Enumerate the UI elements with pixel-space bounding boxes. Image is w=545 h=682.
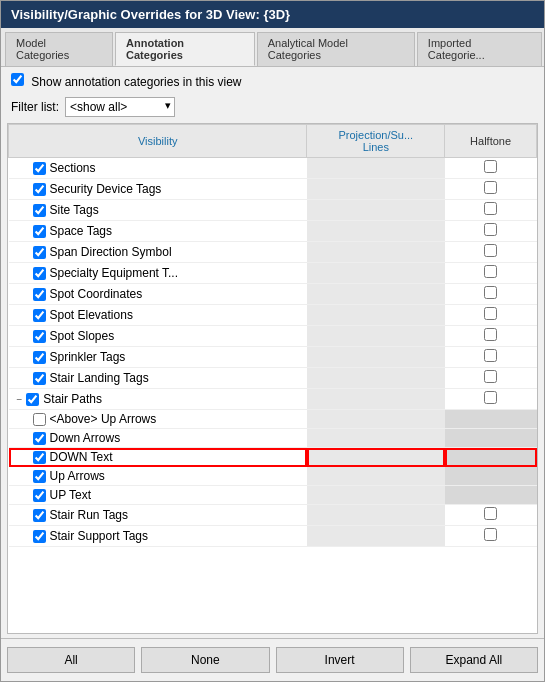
visibility-cell: Sections bbox=[9, 158, 307, 179]
table-row: Spot Elevations bbox=[9, 305, 537, 326]
row-checkbox[interactable] bbox=[26, 393, 39, 406]
halftone-checkbox[interactable] bbox=[484, 202, 497, 215]
dialog: Visibility/Graphic Overrides for 3D View… bbox=[0, 0, 545, 682]
visibility-table: Visibility Projection/Su... Lines Halfto… bbox=[8, 124, 537, 547]
table-row: −Stair Paths bbox=[9, 389, 537, 410]
halftone-checkbox[interactable] bbox=[484, 265, 497, 278]
projection-cell bbox=[307, 221, 445, 242]
projection-cell bbox=[307, 200, 445, 221]
projection-cell bbox=[307, 467, 445, 486]
halftone-checkbox[interactable] bbox=[484, 528, 497, 541]
visibility-header: Visibility bbox=[9, 125, 307, 158]
none-button[interactable]: None bbox=[141, 647, 269, 673]
row-checkbox[interactable] bbox=[33, 267, 46, 280]
row-checkbox[interactable] bbox=[33, 509, 46, 522]
row-checkbox[interactable] bbox=[33, 330, 46, 343]
table-row: Stair Landing Tags bbox=[9, 368, 537, 389]
halftone-cell bbox=[445, 486, 537, 505]
halftone-checkbox[interactable] bbox=[484, 328, 497, 341]
halftone-checkbox[interactable] bbox=[484, 160, 497, 173]
filter-row: Filter list: <show all> bbox=[1, 95, 544, 123]
row-checkbox[interactable] bbox=[33, 246, 46, 259]
row-checkbox[interactable] bbox=[33, 432, 46, 445]
expand-all-button[interactable]: Expand All bbox=[410, 647, 538, 673]
halftone-cell bbox=[445, 200, 537, 221]
row-label: Stair Landing Tags bbox=[50, 371, 149, 385]
tab-analytical[interactable]: Analytical Model Categories bbox=[257, 32, 415, 66]
row-checkbox[interactable] bbox=[33, 530, 46, 543]
halftone-checkbox[interactable] bbox=[484, 181, 497, 194]
projection-cell bbox=[307, 263, 445, 284]
halftone-cell bbox=[445, 429, 537, 448]
halftone-cell bbox=[445, 389, 537, 410]
table-row: Space Tags bbox=[9, 221, 537, 242]
row-checkbox[interactable] bbox=[33, 309, 46, 322]
halftone-cell bbox=[445, 221, 537, 242]
projection-cell bbox=[307, 347, 445, 368]
table-row: Stair Run Tags bbox=[9, 505, 537, 526]
table-row: Span Direction Symbol bbox=[9, 242, 537, 263]
row-label: <Above> Up Arrows bbox=[50, 412, 157, 426]
halftone-checkbox[interactable] bbox=[484, 370, 497, 383]
row-checkbox[interactable] bbox=[33, 225, 46, 238]
invert-button[interactable]: Invert bbox=[276, 647, 404, 673]
visibility-cell: Spot Slopes bbox=[9, 326, 307, 347]
filter-select-wrapper[interactable]: <show all> bbox=[65, 97, 175, 117]
tab-annotation[interactable]: Annotation Categories bbox=[115, 32, 255, 66]
halftone-checkbox[interactable] bbox=[484, 391, 497, 404]
halftone-cell bbox=[445, 305, 537, 326]
halftone-cell bbox=[445, 284, 537, 305]
projection-cell bbox=[307, 284, 445, 305]
row-checkbox[interactable] bbox=[33, 413, 46, 426]
row-checkbox[interactable] bbox=[33, 489, 46, 502]
row-checkbox[interactable] bbox=[33, 470, 46, 483]
projection-cell bbox=[307, 158, 445, 179]
row-checkbox[interactable] bbox=[33, 288, 46, 301]
visibility-cell: Space Tags bbox=[9, 221, 307, 242]
row-checkbox[interactable] bbox=[33, 351, 46, 364]
halftone-cell bbox=[445, 242, 537, 263]
row-checkbox[interactable] bbox=[33, 372, 46, 385]
halftone-cell bbox=[445, 448, 537, 467]
collapse-icon[interactable]: − bbox=[17, 394, 23, 405]
projection-header: Projection/Su... Lines bbox=[307, 125, 445, 158]
show-annotation-toolbar: Show annotation categories in this view bbox=[1, 67, 544, 95]
tab-model[interactable]: Model Categories bbox=[5, 32, 113, 66]
tab-imported[interactable]: Imported Categorie... bbox=[417, 32, 542, 66]
visibility-cell: Up Arrows bbox=[9, 467, 307, 486]
visibility-cell: Sprinkler Tags bbox=[9, 347, 307, 368]
visibility-cell: Site Tags bbox=[9, 200, 307, 221]
halftone-cell bbox=[445, 158, 537, 179]
visibility-cell: Stair Run Tags bbox=[9, 505, 307, 526]
table-row: Spot Slopes bbox=[9, 326, 537, 347]
halftone-checkbox[interactable] bbox=[484, 307, 497, 320]
table-row: UP Text bbox=[9, 486, 537, 505]
halftone-cell bbox=[445, 263, 537, 284]
halftone-checkbox[interactable] bbox=[484, 507, 497, 520]
halftone-checkbox[interactable] bbox=[484, 223, 497, 236]
table-row: Stair Support Tags bbox=[9, 526, 537, 547]
row-label: Span Direction Symbol bbox=[50, 245, 172, 259]
table-header-row: Visibility Projection/Su... Lines Halfto… bbox=[9, 125, 537, 158]
projection-cell bbox=[307, 389, 445, 410]
filter-select[interactable]: <show all> bbox=[65, 97, 175, 117]
halftone-checkbox[interactable] bbox=[484, 244, 497, 257]
halftone-checkbox[interactable] bbox=[484, 286, 497, 299]
all-button[interactable]: All bbox=[7, 647, 135, 673]
visibility-cell: −Stair Paths bbox=[9, 389, 307, 410]
visibility-cell: Stair Support Tags bbox=[9, 526, 307, 547]
row-checkbox[interactable] bbox=[33, 183, 46, 196]
table-row: Sections bbox=[9, 158, 537, 179]
dialog-title: Visibility/Graphic Overrides for 3D View… bbox=[11, 7, 290, 22]
projection-cell bbox=[307, 242, 445, 263]
row-label: Down Arrows bbox=[50, 431, 121, 445]
row-label: Specialty Equipment T... bbox=[50, 266, 179, 280]
visibility-cell: Down Arrows bbox=[9, 429, 307, 448]
row-checkbox[interactable] bbox=[33, 162, 46, 175]
halftone-checkbox[interactable] bbox=[484, 349, 497, 362]
row-label: DOWN Text bbox=[50, 450, 113, 464]
row-checkbox[interactable] bbox=[33, 204, 46, 217]
title-bar: Visibility/Graphic Overrides for 3D View… bbox=[1, 1, 544, 28]
row-checkbox[interactable] bbox=[33, 451, 46, 464]
show-annotation-checkbox[interactable] bbox=[11, 73, 24, 86]
